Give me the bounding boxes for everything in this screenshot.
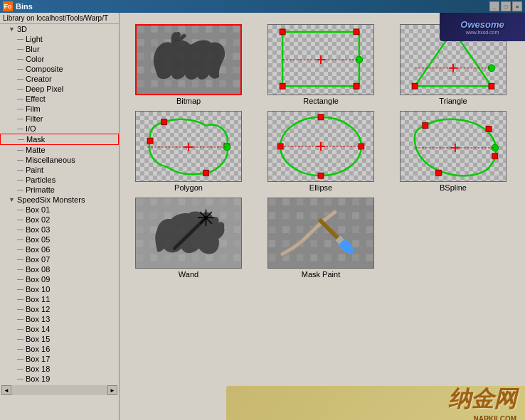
svg-rect-128 (220, 212, 227, 220)
svg-rect-195 (366, 254, 373, 261)
expander-io: — (17, 125, 24, 132)
tree-label-color: Color (26, 55, 44, 63)
sidebar-item-box19[interactable]: — Box 19 (0, 374, 119, 384)
minimize-button[interactable]: _ (489, 1, 499, 11)
sidebar-item-box14[interactable]: — Box 14 (0, 324, 119, 334)
sidebar-item-particles[interactable]: — Particles (0, 175, 119, 185)
close-button[interactable]: × (512, 1, 522, 11)
tool-thumbnail-rectangle[interactable] (267, 24, 374, 95)
sidebar-item-box18[interactable]: — Box 18 (0, 364, 119, 374)
svg-rect-66 (161, 119, 167, 125)
expander-box10: — (17, 286, 24, 293)
sidebar-item-box13[interactable]: — Box 13 (0, 314, 119, 324)
sidebar-item-mask[interactable]: — Mask (0, 134, 119, 145)
tree-label-box03: Box 03 (26, 225, 50, 234)
sidebar-item-box05[interactable]: — Box 05 (0, 235, 119, 244)
sidebar-item-deeppixel[interactable]: — Deep Pixel (0, 84, 119, 94)
svg-rect-193 (366, 226, 373, 233)
expander-blur: — (17, 45, 24, 53)
svg-rect-44 (233, 39, 240, 46)
tool-cell-polygon[interactable]: Polygon (125, 111, 252, 192)
svg-rect-176 (324, 240, 332, 247)
svg-rect-170 (310, 240, 317, 247)
tool-thumbnail-ellipse[interactable] (267, 111, 374, 182)
tree-label-box02: Box 02 (26, 215, 50, 224)
sidebar-item-box12[interactable]: — Box 12 (0, 304, 119, 314)
svg-rect-11 (151, 80, 158, 87)
sidebar-item-3d[interactable]: ▼ 3D (0, 24, 119, 34)
svg-rect-101 (150, 254, 157, 261)
scroll-right-arrow[interactable]: ► (107, 385, 117, 395)
sidebar-item-creator[interactable]: — Creator (0, 74, 119, 84)
sidebar-item-box07[interactable]: — Box 07 (0, 254, 119, 264)
svg-rect-82 (423, 123, 428, 129)
expander-box16: — (17, 345, 24, 352)
sidebar-item-box11[interactable]: — Box 11 (0, 294, 119, 304)
tool-cell-bitmap[interactable]: Bitmap (125, 24, 252, 105)
sidebar-item-film[interactable]: — Film (0, 104, 119, 114)
sidebar-item-box09[interactable]: — Box 09 (0, 274, 119, 284)
svg-rect-168 (310, 212, 317, 220)
svg-rect-173 (324, 198, 332, 205)
svg-rect-37 (219, 26, 226, 33)
svg-rect-151 (269, 226, 276, 233)
expander-3d: ▼ (9, 26, 16, 33)
sidebar-item-box08[interactable]: — Box 08 (0, 264, 119, 274)
sidebar-item-miscellaneous[interactable]: — Miscellaneous (0, 155, 119, 165)
sidebar-item-box03[interactable]: — Box 03 (0, 225, 119, 235)
svg-rect-125 (206, 254, 213, 261)
sidebar-item-box17[interactable]: — Box 17 (0, 354, 119, 364)
tool-thumbnail-bspline[interactable] (400, 111, 507, 182)
sidebar-item-blur[interactable]: — Blur (0, 44, 119, 54)
sidebar-item-speedsix[interactable]: ▼ SpeedSix Monsters (0, 195, 119, 205)
watermark-text: 纳金网 (448, 384, 516, 415)
svg-rect-179 (339, 198, 346, 205)
tool-cell-rectangle[interactable]: Rectangle (258, 24, 384, 105)
expander-box02: — (17, 216, 24, 223)
svg-rect-121 (206, 198, 213, 205)
sidebar-item-matte[interactable]: — Matte (0, 145, 119, 155)
sidebar[interactable]: Library on localhost/Tools/Warp/T ▼ 3D —… (0, 13, 120, 420)
svg-rect-29 (192, 80, 199, 87)
scroll-left-arrow[interactable]: ◄ (1, 385, 11, 395)
sidebar-item-box10[interactable]: — Box 10 (0, 284, 119, 294)
tree-label-speedsix: SpeedSix Monsters (17, 195, 85, 204)
sidebar-item-io[interactable]: — I/O (0, 124, 119, 134)
tree-label-box08: Box 08 (26, 265, 50, 274)
svg-rect-177 (324, 254, 332, 261)
sidebar-item-light[interactable]: — Light (0, 34, 119, 44)
tool-cell-maskpaint[interactable]: Mask Paint (258, 198, 384, 279)
svg-rect-1 (137, 26, 144, 33)
sidebar-item-box02[interactable]: — Box 02 (0, 215, 119, 225)
sidebar-item-box01[interactable]: — Box 01 (0, 205, 119, 215)
sidebar-item-effect[interactable]: — Effect (0, 94, 119, 104)
svg-rect-186 (352, 212, 359, 220)
svg-rect-84 (492, 154, 498, 159)
tool-thumbnail-polygon[interactable] (135, 111, 242, 182)
expander-miscellaneous: — (17, 156, 24, 163)
sidebar-item-color[interactable]: — Color (0, 54, 119, 64)
maximize-button[interactable]: □ (501, 1, 511, 11)
tool-thumbnail-wand[interactable] (135, 198, 242, 269)
tool-cell-wand[interactable]: Wand (125, 198, 252, 279)
svg-rect-115 (192, 198, 199, 205)
sidebar-item-box15[interactable]: — Box 15 (0, 334, 119, 344)
svg-rect-192 (366, 212, 373, 220)
sidebar-item-box16[interactable]: — Box 16 (0, 344, 119, 354)
sidebar-item-paint[interactable]: — Paint (0, 165, 119, 175)
tool-thumbnail-maskpaint[interactable] (267, 198, 374, 269)
svg-rect-92 (137, 212, 144, 220)
sidebar-item-primatte[interactable]: — Primatte (0, 185, 119, 195)
sidebar-item-composite[interactable]: — Composite (0, 64, 119, 74)
svg-rect-91 (137, 198, 144, 205)
svg-rect-5 (137, 80, 144, 87)
expander-mask: — (18, 136, 25, 143)
svg-rect-51 (354, 29, 359, 35)
tool-cell-ellipse[interactable]: Ellipse (258, 111, 384, 192)
tool-thumbnail-bitmap[interactable] (135, 24, 242, 95)
sidebar-item-filter[interactable]: — Filter (0, 114, 119, 124)
tool-cell-bspline[interactable]: BSpline (390, 111, 516, 192)
svg-rect-98 (150, 212, 157, 220)
sidebar-item-box06[interactable]: — Box 06 (0, 244, 119, 254)
svg-rect-23 (179, 80, 186, 87)
